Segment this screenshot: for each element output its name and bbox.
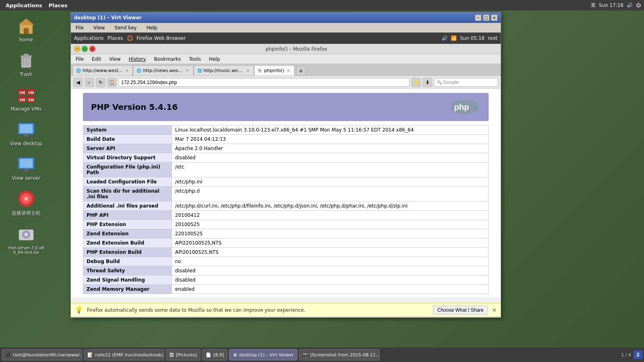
notification-text: Firefox automatically sends some data to…	[87, 307, 429, 313]
notification-close[interactable]: ✕	[492, 307, 497, 313]
firefox-tabs: 🌐 http://www.westos.org/ ✕ 🌐 http://news…	[71, 64, 501, 76]
forward-button[interactable]: ▶	[85, 78, 94, 87]
volume-icon[interactable]: 🔊	[627, 2, 633, 8]
table-row: PHP Extension BuildAPI20100525,NTS	[83, 248, 489, 257]
firefox-tab-3[interactable]: 🐘 phpinfo() ✕	[254, 65, 295, 76]
search-box[interactable]: 🔍 Google	[434, 78, 498, 87]
virt-viewer-maximize[interactable]: □	[483, 14, 489, 21]
virt-menu-sendkey[interactable]: Send key	[113, 24, 138, 31]
firefox-menu-view[interactable]: View	[107, 56, 122, 63]
firefox-menu-help[interactable]: Help	[207, 56, 221, 63]
tab-favicon-2: 🌐	[197, 68, 202, 73]
view-server-icon	[17, 154, 36, 174]
firefox-tab-2[interactable]: 🌐 http://music.westos.org/ ✕	[194, 65, 254, 76]
firefox-close-btn[interactable]: ✕	[89, 46, 95, 52]
table-key: Configuration File (php.ini) Path	[83, 162, 172, 177]
desktop-icon-trash[interactable]: Trash	[8, 51, 44, 77]
firefox-menu-file[interactable]: File	[74, 56, 85, 63]
table-key: Thread Safety	[83, 266, 172, 276]
tab-close-2[interactable]: ✕	[246, 68, 250, 73]
table-value: no	[172, 257, 489, 266]
table-value: disabled	[172, 153, 489, 162]
address-bar[interactable]	[118, 78, 410, 87]
reload-button[interactable]: ↻	[96, 78, 105, 87]
search-engine-icon: 🔍	[437, 80, 442, 84]
firefox-menu-edit[interactable]: Edit	[90, 56, 103, 63]
taskbar-item-note22[interactable]: 📝 note22 (EMP /run/media/kiosk/...	[84, 349, 164, 360]
php-logo: php	[448, 98, 481, 116]
desktop-icon-view-desktop[interactable]: View desktop	[8, 120, 44, 146]
taskbar-pictures-label: [Pictures]	[176, 352, 197, 358]
inner-places-menu[interactable]: Places	[107, 35, 123, 41]
desktop: Applications Places 英 Sun 17:18 🔊 ⏻ home	[0, 0, 644, 362]
taskbar-virt-viewer-label: desktop (1) – Virt Viewer	[239, 352, 294, 358]
table-key: Server API	[83, 144, 172, 153]
table-row: Configuration File (php.ini) Path/etc	[83, 162, 489, 177]
firefox-menubar: File Edit View History Bookmarks Tools H…	[71, 54, 501, 64]
inner-firefox-menu[interactable]: Firefox Web Browser	[127, 35, 186, 41]
inner-user[interactable]: root	[488, 35, 497, 41]
connect-icon	[17, 189, 36, 208]
svg-rect-18	[20, 124, 33, 133]
taskbar-item-virt-viewer[interactable]: 🖥 desktop (1) – Virt Viewer	[229, 349, 297, 360]
inner-applications-menu[interactable]: Applications	[74, 35, 103, 41]
firefox-maximize-btn[interactable]: □	[82, 46, 88, 52]
tab-close-3[interactable]: ✕	[286, 68, 291, 73]
back-button[interactable]: ◀	[73, 78, 83, 87]
taskbar-item-terminal[interactable]: ⬛ root@foundation90:/var/www/...	[2, 349, 82, 360]
workspace-pager[interactable]: 2	[634, 350, 642, 359]
svg-text:VM: VM	[19, 91, 25, 95]
virt-viewer-minimize[interactable]: ─	[475, 14, 481, 21]
taskbar-item-pictures[interactable]: 🖼 [Pictures]	[166, 349, 200, 360]
firefox-tab-0[interactable]: 🌐 http://www.westos.org/ ✕	[72, 65, 133, 76]
power-icon[interactable]: ⏻	[636, 2, 641, 8]
svg-text:VM: VM	[28, 99, 34, 102]
choose-share-button[interactable]: Choose What I Share	[433, 306, 488, 315]
svg-marker-1	[18, 19, 34, 25]
taskbar-item-screenshot[interactable]: 📷 [Screenshot from 2015-08-11...	[299, 349, 380, 360]
new-tab-button[interactable]: +	[296, 66, 306, 76]
download-button[interactable]: ⬇	[423, 78, 432, 87]
svg-rect-22	[20, 159, 33, 168]
desktop-icon-connect[interactable]: 连接讲师主机	[8, 189, 44, 217]
table-row: Build DateMar 7 2014 04:12:13	[83, 135, 489, 144]
firefox-menu-tools[interactable]: Tools	[188, 56, 203, 63]
desktop-icon-home[interactable]: home	[8, 16, 44, 43]
language-indicator[interactable]: 英	[591, 2, 596, 9]
firefox-menu-history[interactable]: History	[127, 56, 148, 63]
firefox-minimize-btn[interactable]: ─	[74, 46, 80, 52]
tab-close-0[interactable]: ✕	[124, 68, 129, 73]
virt-menu-file[interactable]: File	[74, 24, 85, 31]
svg-rect-2	[24, 28, 29, 34]
taskbar-item-num89[interactable]: 📄 [8.9]	[202, 349, 227, 360]
firefox-content: PHP Version 5.4.16 php SystemLinux local…	[71, 89, 501, 297]
applications-menu[interactable]: Applications	[3, 2, 45, 9]
virt-menu-help[interactable]: Help	[145, 24, 159, 31]
tab-label-3: phpinfo()	[264, 68, 284, 73]
home-nav-button[interactable]: 🏠	[107, 78, 117, 87]
inner-network-icon[interactable]: 📶	[451, 35, 457, 41]
bookmark-button[interactable]: ⭐	[411, 78, 421, 87]
notification-icon: 💡	[75, 306, 83, 314]
virt-menu-view[interactable]: View	[92, 24, 106, 31]
table-row: Debug Buildno	[83, 257, 489, 266]
screenshot-icon: 📷	[303, 352, 308, 358]
desktop-icon-dvd[interactable]: rhel-server-7.0-x86_64-dvd.iso	[8, 225, 44, 255]
desktop-icon-view-server[interactable]: View server	[8, 154, 44, 181]
table-row: Additional .ini files parsed/etc/php.d/c…	[83, 202, 489, 211]
firefox-tab-1[interactable]: 🌐 http://news.westos.org/ ✕	[133, 65, 193, 76]
tab-close-1[interactable]: ✕	[185, 68, 190, 73]
svg-rect-24	[22, 171, 30, 172]
firefox-menu-bookmarks[interactable]: Bookmarks	[153, 56, 183, 63]
table-value: Apache 2.0 Handler	[172, 144, 489, 153]
virt-viewer-close[interactable]: ✕	[491, 14, 497, 21]
view-desktop-icon-label: View desktop	[10, 141, 42, 146]
places-menu[interactable]: Places	[46, 2, 70, 9]
virt-viewer-title: desktop (1) – Virt Viewer	[74, 15, 142, 21]
inner-volume-icon[interactable]: 🔊	[442, 35, 448, 41]
view-server-icon-label: View server	[12, 175, 40, 181]
desktop-icon-manage-vms[interactable]: VM VM VM VM Manage VMs	[8, 85, 44, 112]
home-icon-label: home	[19, 37, 33, 43]
table-value: /etc/php.d	[172, 187, 489, 202]
inner-gnome-right: 🔊 📶 Sun 05:18 root	[442, 35, 497, 41]
